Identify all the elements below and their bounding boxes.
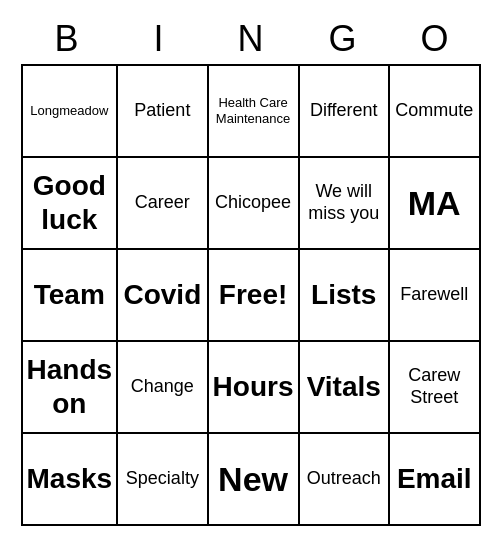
cell-text: Good luck [27, 169, 113, 236]
bingo-card: BINGO LongmeadowPatientHealth Care Maint… [21, 18, 481, 526]
bingo-cell-r0-c0: Longmeadow [23, 66, 119, 158]
bingo-cell-r2-c3: Lists [300, 250, 390, 342]
bingo-letter-b: B [23, 18, 111, 60]
bingo-cell-r2-c0: Team [23, 250, 119, 342]
bingo-letter-i: I [115, 18, 203, 60]
bingo-cell-r3-c0: Hands on [23, 342, 119, 434]
cell-text: Commute [395, 100, 473, 122]
bingo-cell-r3-c3: Vitals [300, 342, 390, 434]
bingo-cell-r4-c2: New [209, 434, 300, 526]
cell-text: Team [34, 278, 105, 312]
bingo-cell-r3-c2: Hours [209, 342, 300, 434]
cell-text: Patient [134, 100, 190, 122]
cell-text: Different [310, 100, 378, 122]
bingo-cell-r0-c2: Health Care Maintenance [209, 66, 300, 158]
cell-text: Change [131, 376, 194, 398]
bingo-letter-n: N [207, 18, 295, 60]
bingo-cell-r1-c4: MA [390, 158, 481, 250]
bingo-cell-r4-c3: Outreach [300, 434, 390, 526]
bingo-grid: LongmeadowPatientHealth Care Maintenance… [21, 64, 481, 526]
cell-text: Free! [219, 278, 287, 312]
bingo-cell-r1-c2: Chicopee [209, 158, 300, 250]
bingo-cell-r4-c0: Masks [23, 434, 119, 526]
cell-text: Specialty [126, 468, 199, 490]
bingo-letter-g: G [299, 18, 387, 60]
bingo-header: BINGO [21, 18, 481, 60]
cell-text: Health Care Maintenance [213, 95, 294, 126]
bingo-cell-r4-c4: Email [390, 434, 481, 526]
cell-text: Vitals [307, 370, 381, 404]
bingo-cell-r3-c4: Carew Street [390, 342, 481, 434]
cell-text: We will miss you [304, 181, 384, 224]
bingo-cell-r4-c1: Specialty [118, 434, 208, 526]
cell-text: Lists [311, 278, 376, 312]
cell-text: New [218, 459, 288, 500]
cell-text: Email [397, 462, 472, 496]
cell-text: Career [135, 192, 190, 214]
cell-text: Carew Street [394, 365, 475, 408]
bingo-cell-r2-c4: Farewell [390, 250, 481, 342]
bingo-cell-r3-c1: Change [118, 342, 208, 434]
bingo-cell-r1-c3: We will miss you [300, 158, 390, 250]
bingo-cell-r0-c3: Different [300, 66, 390, 158]
cell-text: Farewell [400, 284, 468, 306]
bingo-letter-o: O [391, 18, 479, 60]
cell-text: Covid [123, 278, 201, 312]
cell-text: Masks [27, 462, 113, 496]
cell-text: Hands on [27, 353, 113, 420]
cell-text: Longmeadow [30, 103, 108, 119]
cell-text: MA [408, 183, 461, 224]
cell-text: Chicopee [215, 192, 291, 214]
bingo-cell-r2-c1: Covid [118, 250, 208, 342]
cell-text: Hours [213, 370, 294, 404]
bingo-cell-r0-c1: Patient [118, 66, 208, 158]
bingo-cell-r1-c1: Career [118, 158, 208, 250]
bingo-cell-r2-c2: Free! [209, 250, 300, 342]
bingo-cell-r0-c4: Commute [390, 66, 481, 158]
cell-text: Outreach [307, 468, 381, 490]
bingo-cell-r1-c0: Good luck [23, 158, 119, 250]
